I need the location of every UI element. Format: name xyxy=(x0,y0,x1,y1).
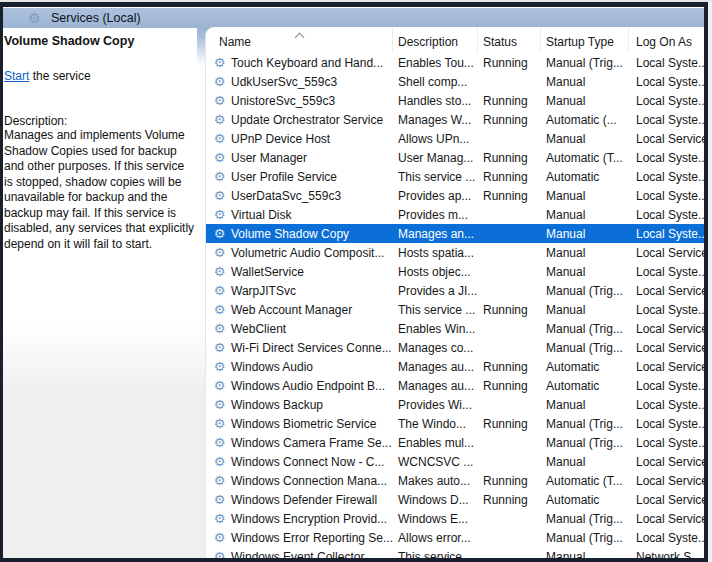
cell-description: Handles sto... xyxy=(393,94,478,108)
service-action-line: Start the service xyxy=(4,69,197,83)
service-name: WalletService xyxy=(231,265,304,279)
service-gear-icon: ⚙ xyxy=(212,207,227,222)
cell-log-on-as: Local Syste... xyxy=(629,151,704,165)
cell-startup-type: Automatic (T... xyxy=(541,151,629,165)
selected-service-title: Volume Shadow Copy xyxy=(4,31,197,48)
service-name: Windows Audio xyxy=(231,360,313,374)
services-list-panel: Name Description Status Startup Type Log… xyxy=(205,27,704,558)
console-title: Services (Local) xyxy=(51,11,141,25)
cell-status: Running xyxy=(478,189,541,203)
table-row[interactable]: ⚙Windows Encryption Provid... Windows E.… xyxy=(206,509,704,528)
service-name: Web Account Manager xyxy=(231,303,352,317)
cell-startup-type: Manual (Trig... xyxy=(541,436,629,450)
cell-description: Hosts spatia... xyxy=(393,246,478,260)
cell-log-on-as: Local Syste... xyxy=(629,170,704,184)
cell-name: ⚙Windows Backup xyxy=(206,397,393,412)
table-row[interactable]: ⚙Windows Error Reporting Se... Allows er… xyxy=(206,528,704,547)
table-row[interactable]: ⚙Update Orchestrator Service Manages W..… xyxy=(206,110,704,129)
cell-description: Manages au... xyxy=(393,379,478,393)
cell-description: User Manag... xyxy=(393,151,478,165)
table-row[interactable]: ⚙Virtual Disk Provides m... Manual Local… xyxy=(206,205,704,224)
cell-status: Running xyxy=(478,151,541,165)
table-row[interactable]: ⚙Windows Audio Endpoint B... Manages au.… xyxy=(206,376,704,395)
table-row[interactable]: ⚙User Profile Service This service ... R… xyxy=(206,167,704,186)
column-header-status[interactable]: Status xyxy=(478,27,541,53)
cell-log-on-as: Local Service xyxy=(629,246,704,260)
service-name: UdkUserSvc_559c3 xyxy=(231,75,337,89)
cell-log-on-as: Local Service xyxy=(629,360,704,374)
cell-description: Allows UPn... xyxy=(393,132,478,146)
service-name: Windows Backup xyxy=(231,398,323,412)
table-row[interactable]: ⚙UdkUserSvc_559c3 Shell comp... Manual L… xyxy=(206,72,704,91)
cell-startup-type: Manual xyxy=(541,94,629,108)
start-service-link[interactable]: Start xyxy=(4,69,29,83)
cell-name: ⚙Windows Connect Now - C... xyxy=(206,454,393,469)
service-name: Windows Connection Mana... xyxy=(231,474,387,488)
service-gear-icon: ⚙ xyxy=(212,378,227,393)
cell-status: Running xyxy=(478,94,541,108)
table-row[interactable]: ⚙Windows Biometric Service The Windo... … xyxy=(206,414,704,433)
service-gear-icon: ⚙ xyxy=(212,131,227,146)
service-gear-icon: ⚙ xyxy=(212,511,227,526)
table-row[interactable]: ⚙UserDataSvc_559c3 Provides ap... Runnin… xyxy=(206,186,704,205)
window-right-gutter xyxy=(708,2,712,562)
table-row[interactable]: ⚙Web Account Manager This service ... Ru… xyxy=(206,300,704,319)
list-header: Name Description Status Startup Type Log… xyxy=(206,27,704,53)
table-row[interactable]: ⚙Windows Defender Firewall Windows D... … xyxy=(206,490,704,509)
service-name: Windows Connect Now - C... xyxy=(231,455,384,469)
service-name: Windows Event Collector xyxy=(231,550,364,559)
column-header-description[interactable]: Description xyxy=(393,27,478,53)
table-row[interactable]: ⚙WalletService Hosts objec... Manual Loc… xyxy=(206,262,704,281)
cell-status: Running xyxy=(478,113,541,127)
table-row[interactable]: ⚙UnistoreSvc_559c3 Handles sto... Runnin… xyxy=(206,91,704,110)
cell-name: ⚙UPnP Device Host xyxy=(206,131,393,146)
table-row[interactable]: ⚙Touch Keyboard and Hand... Enables Tou.… xyxy=(206,53,704,72)
service-gear-icon: ⚙ xyxy=(212,226,227,241)
cell-name: ⚙Windows Audio Endpoint B... xyxy=(206,378,393,393)
cell-name: ⚙UnistoreSvc_559c3 xyxy=(206,93,393,108)
table-row[interactable]: ⚙UPnP Device Host Allows UPn... Manual L… xyxy=(206,129,704,148)
cell-status: Running xyxy=(478,56,541,70)
cell-startup-type: Manual (Trig... xyxy=(541,417,629,431)
cell-name: ⚙Windows Error Reporting Se... xyxy=(206,530,393,545)
cell-startup-type: Manual xyxy=(541,208,629,222)
cell-startup-type: Manual xyxy=(541,132,629,146)
service-gear-icon: ⚙ xyxy=(212,112,227,127)
table-row[interactable]: ⚙Windows Connection Mana... Makes auto..… xyxy=(206,471,704,490)
table-row[interactable]: ⚙Volumetric Audio Composit... Hosts spat… xyxy=(206,243,704,262)
table-row[interactable]: ⚙Windows Audio Manages au... Running Aut… xyxy=(206,357,704,376)
table-row[interactable]: ⚙Windows Camera Frame Se... Enables mul.… xyxy=(206,433,704,452)
service-gear-icon: ⚙ xyxy=(212,397,227,412)
service-gear-icon: ⚙ xyxy=(212,74,227,89)
service-gear-icon: ⚙ xyxy=(212,473,227,488)
table-row[interactable]: ⚙WebClient Enables Win... Manual (Trig..… xyxy=(206,319,704,338)
column-header-log-on-as[interactable]: Log On As xyxy=(629,27,704,53)
cell-description: Windows E... xyxy=(393,512,478,526)
sort-ascending-icon xyxy=(296,32,304,40)
cell-description: Makes auto... xyxy=(393,474,478,488)
cell-startup-type: Manual xyxy=(541,303,629,317)
cell-log-on-as: Local Syste... xyxy=(629,265,704,279)
cell-description: Shell comp... xyxy=(393,75,478,89)
cell-name: ⚙Web Account Manager xyxy=(206,302,393,317)
cell-name: ⚙Windows Biometric Service xyxy=(206,416,393,431)
table-row[interactable]: ⚙Windows Connect Now - C... WCNCSVC ... … xyxy=(206,452,704,471)
table-row[interactable]: ⚙Windows Event Collector This service ..… xyxy=(206,547,704,558)
table-row[interactable]: ⚙Windows Backup Provides Wi... Manual Lo… xyxy=(206,395,704,414)
table-row[interactable]: ⚙Volume Shadow Copy Manages an... Manual… xyxy=(206,224,704,243)
column-header-startup-type[interactable]: Startup Type xyxy=(541,27,629,53)
cell-name: ⚙UdkUserSvc_559c3 xyxy=(206,74,393,89)
cell-name: ⚙Windows Defender Firewall xyxy=(206,492,393,507)
cell-name: ⚙UserDataSvc_559c3 xyxy=(206,188,393,203)
cell-log-on-as: Local Service xyxy=(629,474,704,488)
service-action-suffix: the service xyxy=(29,69,90,83)
service-name: WebClient xyxy=(231,322,286,336)
table-row[interactable]: ⚙Wi-Fi Direct Services Conne... Manages … xyxy=(206,338,704,357)
console-header-bar: ⚙ Services (Local) xyxy=(3,8,704,28)
cell-name: ⚙Windows Connection Mana... xyxy=(206,473,393,488)
cell-startup-type: Manual (Trig... xyxy=(541,531,629,545)
cell-startup-type: Automatic (... xyxy=(541,113,629,127)
cell-name: ⚙Windows Encryption Provid... xyxy=(206,511,393,526)
table-row[interactable]: ⚙WarpJITSvc Provides a JI... Manual (Tri… xyxy=(206,281,704,300)
table-row[interactable]: ⚙User Manager User Manag... Running Auto… xyxy=(206,148,704,167)
